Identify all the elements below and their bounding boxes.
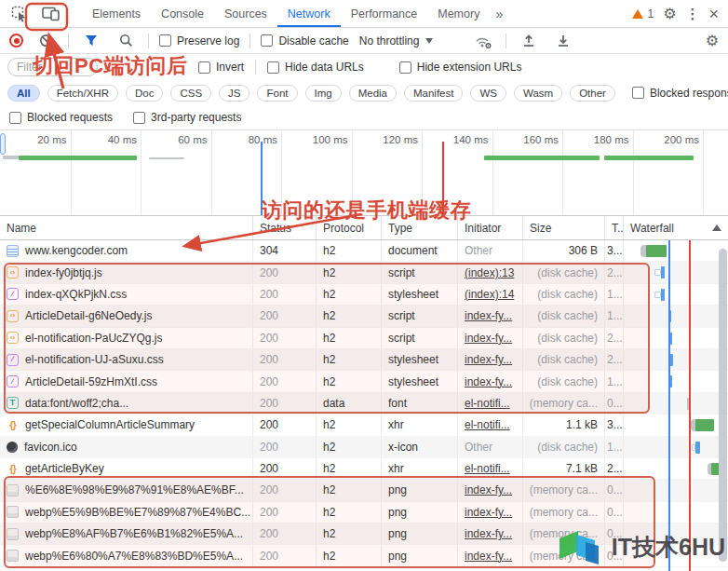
vertical-scrollbar[interactable] [719, 249, 727, 562]
kebab-menu-icon[interactable]: ⋮ [685, 7, 699, 20]
chip-media[interactable]: Media [349, 85, 397, 102]
checkbox-box [133, 112, 145, 124]
throttling-dropdown[interactable]: No throttling [359, 34, 434, 48]
col-size: (disk cache) [523, 306, 605, 326]
clear-network-log-icon[interactable] [34, 30, 58, 52]
chip-other[interactable]: Other [570, 85, 615, 102]
col-status: 200 [253, 371, 317, 391]
inspect-element-icon[interactable] [7, 3, 32, 25]
col-initiator: index-fy... [458, 545, 523, 565]
record-network-log-icon[interactable] [9, 34, 23, 48]
table-row[interactable]: ∕el-notification-UJ-aSuxu.css200h2styles… [0, 349, 728, 371]
hide-data-urls-checkbox[interactable]: Hide data URLs [267, 61, 364, 74]
import-har-icon[interactable] [517, 30, 541, 52]
column-header-t[interactable]: T... [605, 216, 624, 239]
dom-content-loaded-line [668, 240, 670, 571]
table-row[interactable]: Tdata:font/woff2;cha...200datafontel-not… [0, 393, 728, 415]
tab-elements[interactable]: Elements [82, 0, 151, 27]
tab-console[interactable]: Console [151, 0, 214, 27]
initiator-link[interactable]: index-fy... [465, 309, 512, 322]
close-devtools-icon[interactable]: × [708, 6, 719, 22]
table-row[interactable]: {}getArticleByKey200h2xhrel-notifi...7.1… [0, 458, 728, 480]
tab-sources[interactable]: Sources [214, 0, 277, 27]
preserve-log-checkbox[interactable]: Preserve log [159, 34, 239, 48]
filter-funnel-icon[interactable] [79, 30, 103, 52]
tab-network[interactable]: Network [277, 0, 341, 27]
initiator-link[interactable]: (index):13 [465, 266, 514, 279]
tab-performance[interactable]: Performance [341, 0, 428, 27]
device-toolbar-icon[interactable] [39, 3, 63, 25]
initiator-link[interactable]: el-notifi... [465, 462, 510, 475]
chip-font[interactable]: Font [257, 85, 297, 102]
table-row[interactable]: %E6%8E%98%E9%87%91%E8%AE%BF...200h2pngin… [0, 480, 728, 501]
chip-fetch-xhr[interactable]: Fetch/XHR [47, 85, 118, 102]
initiator-link[interactable]: index-fy... [465, 550, 512, 563]
chip-img[interactable]: Img [305, 85, 342, 102]
blocked-response-cookies-checkbox[interactable]: Blocked response cookies [632, 87, 728, 100]
column-header-initiator[interactable]: Initiator [458, 216, 523, 239]
disable-cache-checkbox[interactable]: Disable cache [261, 34, 348, 48]
tab-memory[interactable]: Memory [427, 0, 490, 27]
hide-extension-urls-checkbox[interactable]: Hide extension URLs [399, 61, 522, 74]
overview-gridline [281, 130, 282, 215]
col-type: png [382, 480, 458, 500]
xhr-file-icon: {} [7, 419, 19, 431]
chip-all[interactable]: All [7, 85, 40, 102]
table-row[interactable]: ‹›ArticleDetail-g6NeOedy.js200h2scriptin… [0, 306, 728, 327]
initiator-link[interactable]: index-fy... [465, 483, 512, 496]
initiator-link[interactable]: el-notifi... [465, 397, 510, 410]
table-row[interactable]: www.kengcoder.com304h2documentOther306 B… [0, 240, 728, 262]
col-waterfall [624, 284, 728, 305]
warnings-badge[interactable]: 1 [632, 7, 654, 20]
overview-tick-label: 40 ms [87, 134, 137, 145]
col-initiator: (index):14 [458, 284, 523, 305]
initiator-link[interactable]: index-fy... [465, 332, 512, 345]
chip-manifest[interactable]: Manifest [404, 85, 463, 102]
table-row[interactable]: {}getSpecialColumnArticleSummary200h2xhr… [0, 415, 728, 436]
col-name: ‹›el-notification-PaUcZYQg.js [0, 328, 253, 348]
chip-doc[interactable]: Doc [126, 85, 163, 102]
chip-wasm[interactable]: Wasm [514, 85, 562, 102]
overview-bar [604, 156, 694, 160]
column-header-protocol[interactable]: Protocol [317, 216, 382, 239]
col-type: script [382, 262, 458, 282]
filter-input[interactable] [7, 58, 98, 76]
settings-gear-icon[interactable]: ⚙ [663, 7, 676, 21]
initiator-link[interactable]: index-fy... [465, 527, 512, 540]
invert-checkbox[interactable]: Invert [198, 61, 244, 74]
blocked-requests-checkbox[interactable]: Blocked requests [9, 111, 113, 124]
initiator-link[interactable]: index-fy... [465, 375, 512, 388]
table-row[interactable]: favicon.ico200h2x-iconOther(disk cache)1… [0, 437, 728, 458]
column-header-size[interactable]: Size [523, 216, 605, 239]
column-header-type[interactable]: Type [382, 216, 458, 239]
search-icon[interactable] [114, 30, 138, 52]
chip-js[interactable]: JS [219, 85, 249, 102]
col-initiator: index-fy... [458, 480, 523, 500]
export-har-icon[interactable] [551, 30, 575, 52]
initiator-link[interactable]: el-notifi... [465, 418, 510, 431]
column-header-status[interactable]: Status [253, 216, 317, 239]
chip-ws[interactable]: WS [470, 85, 506, 102]
column-header-name[interactable]: Name [0, 216, 253, 239]
network-overview-timeline[interactable]: 20 ms40 ms60 ms80 ms100 ms120 ms140 ms16… [0, 130, 728, 216]
table-row[interactable]: ‹›el-notification-PaUcZYQg.js200h2script… [0, 328, 728, 349]
table-row[interactable]: ‹›index-fy0jbtjq.js200h2script(index):13… [0, 262, 728, 283]
col-protocol: h2 [317, 545, 382, 565]
more-tabs-icon[interactable]: » [490, 7, 508, 21]
column-header-waterfall[interactable]: Waterfall [624, 216, 728, 239]
initiator-link[interactable]: index-fy... [465, 353, 512, 366]
table-row[interactable]: webp%E5%9B%BE%E7%89%87%E4%BC...200h2pngi… [0, 502, 728, 523]
initiator-link[interactable]: (index):14 [465, 288, 514, 301]
col-name: favicon.ico [0, 437, 253, 457]
network-conditions-icon[interactable] [471, 30, 495, 52]
col-protocol: h2 [317, 371, 382, 391]
network-settings-gear-icon[interactable]: ⚙ [706, 34, 719, 48]
initiator-link[interactable]: index-fy... [465, 506, 512, 519]
chip-css[interactable]: CSS [170, 85, 211, 102]
col-type: x-icon [382, 437, 458, 457]
checkbox-box [632, 87, 644, 99]
third-party-requests-checkbox[interactable]: 3rd-party requests [133, 111, 241, 124]
table-row[interactable]: ∕index-qXQkPjkN.css200h2stylesheet(index… [0, 284, 728, 306]
table-row[interactable]: ∕ArticleDetail-59zHmXtI.css200h2styleshe… [0, 371, 728, 392]
overview-left-handle[interactable] [0, 133, 6, 155]
